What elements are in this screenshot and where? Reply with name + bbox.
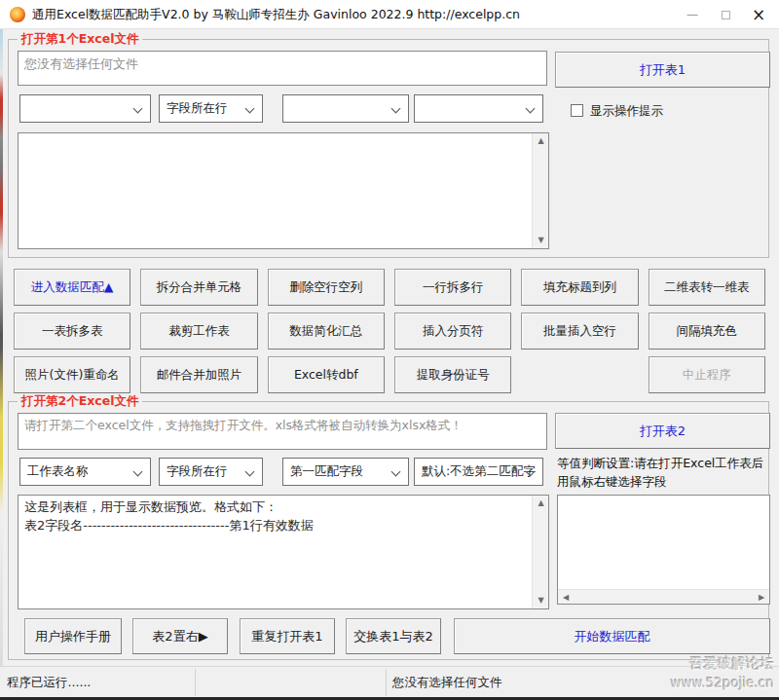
tool-button-batch-insert-empty-rows[interactable]: 批量插入空行 [521,313,638,350]
horizontal-scrollbar[interactable]: ◀ ▶ [558,589,769,604]
group2-label: 打开第2个Excel文件 [18,393,142,410]
table1-preview-list[interactable]: ▲ ▼ [18,132,549,249]
scroll-down-icon[interactable]: ▼ [533,233,549,248]
show-tips-checkbox[interactable]: 显示操作提示 [571,100,663,120]
combo2-field-row[interactable]: 字段所在行 [159,458,263,486]
minimize-button[interactable]: — [676,0,709,29]
tool-button-one-table-to-many[interactable]: 一表拆多表 [14,313,130,350]
combo1-field-row-value: 字段所在行 [167,100,228,117]
tool-button-photo-file-rename[interactable]: 照片(文件)重命名 [14,356,130,393]
tool-button-extract-id-number[interactable]: 提取身份证号 [394,356,511,393]
file2-path-field[interactable]: 请打开第二个excel文件，支持拖拽打开文件。xls格式将被自动转换为xlsx格… [18,413,547,450]
combo1-match-field-2[interactable] [414,94,543,123]
window-title: 通用Excel数据匹配助手V2.0 by 马鞍山师专招生办 Gavinloo 2… [32,0,520,29]
combo2-match-field-2[interactable]: 默认:不选第二匹配字 [414,458,543,486]
watermark-line-2: www.52pojie.cn [671,674,774,693]
scroll-right-icon[interactable]: ▶ [754,590,769,605]
tool-button-insert-page-break[interactable]: 插入分页符 [394,313,511,350]
tool-button-split-merged-cells[interactable]: 拆分合并单元格 [140,269,257,306]
scroll-left-icon[interactable]: ◀ [558,590,574,605]
open-table1-button[interactable]: 打开表1 [555,52,770,88]
status-bar: 程序已运行...... 您没有选择任何文件 [0,666,779,697]
app-flame-icon [10,7,25,22]
combo2-match-field-1-value: 第一匹配字段 [290,463,363,480]
tool-button-mail-merge-add-photo[interactable]: 邮件合并加照片 [140,356,257,393]
tool-button-grid: 进入数据匹配▲ 拆分合并单元格 删除空行空列 一行拆多行 填充标题到列 二维表转… [14,269,765,393]
tool-button-abort-program: 中止程序 [649,356,765,393]
chevron-down-icon [245,104,255,114]
watermark: 吾爱破解论坛 www.52pojie.cn [671,653,774,693]
scroll-up-icon[interactable]: ▲ [533,133,549,149]
status-left: 程序已运行...... [7,667,91,698]
group1-label: 打开第1个Excel文件 [18,31,142,48]
tool-button-trim-worksheet[interactable]: 裁剪工作表 [140,313,257,350]
equal-fields-list[interactable]: ◀ ▶ [557,495,770,605]
show-tips-label: 显示操作提示 [590,103,663,118]
chevron-down-icon [391,104,401,114]
tool-button-interval-fill-color[interactable]: 间隔填充色 [649,313,765,350]
chevron-down-icon [391,467,401,477]
status-right: 您没有选择任何文件 [392,667,502,698]
scroll-up-icon[interactable]: ▲ [533,496,549,511]
vertical-scrollbar[interactable]: ▲ ▼ [532,496,548,608]
status-divider [195,669,196,696]
tool-button-2d-to-1d-table[interactable]: 二维表转一维表 [649,269,765,306]
chevron-down-icon [526,104,536,114]
status-divider [386,669,387,696]
tool-button-one-row-to-many[interactable]: 一行拆多行 [394,269,511,306]
maximize-icon [722,11,730,19]
swap-table1-table2-button[interactable]: 交换表1与表2 [346,618,441,654]
watermark-line-1: 吾爱破解论坛 [671,653,774,674]
combo2-worksheet-value: 工作表名称 [27,463,89,480]
tool-button-excel-to-dbf[interactable]: Excel转dbf [268,356,385,393]
combo1-field-row[interactable]: 字段所在行 [159,94,263,123]
combo2-worksheet[interactable]: 工作表名称 [19,458,151,486]
table2-dock-right-button[interactable]: 表2置右▶ [132,618,228,654]
scroll-down-icon[interactable]: ▼ [533,593,549,608]
combo2-match-field-1[interactable]: 第一匹配字段 [282,458,409,486]
combo2-match-field-2-value: 默认:不选第二匹配字 [422,463,536,480]
tool-button-fill-title-to-column[interactable]: 填充标题到列 [521,269,638,306]
start-data-match-button[interactable]: 开始数据匹配 [454,618,770,654]
user-manual-button[interactable]: 用户操作手册 [24,618,122,654]
close-icon: × [752,5,765,24]
preview-line-1: 这是列表框，用于显示数据预览。格式如下： [24,498,542,517]
combo2-field-row-value: 字段所在行 [167,463,228,480]
checkbox-icon[interactable] [571,104,583,117]
combo1-worksheet[interactable] [19,94,151,123]
file1-path-field[interactable]: 您没有选择任何文件 [18,51,547,86]
tool-button-data-simplify-summary[interactable]: 数据简化汇总 [268,313,385,350]
preview-line-2: 表2字段名--------------------------------第1行… [24,517,542,535]
tool-button-enter-data-match[interactable]: 进入数据匹配▲ [14,269,130,306]
chevron-down-icon [245,467,255,477]
title-bar: 通用Excel数据匹配助手V2.0 by 马鞍山师专招生办 Gavinloo 2… [0,0,779,29]
table2-preview-list[interactable]: 这是列表框，用于显示数据预览。格式如下： 表2字段名--------------… [18,495,549,609]
chevron-down-icon [133,467,143,477]
close-button[interactable]: × [742,0,775,29]
vertical-scrollbar[interactable]: ▲ ▼ [532,133,548,248]
chevron-down-icon [133,104,143,114]
combo1-match-field-1[interactable] [282,94,409,123]
tool-button-delete-empty-rows-cols[interactable]: 删除空行空列 [268,269,385,306]
equal-judgement-hint: 等值判断设置:请在打开Excel工作表后用鼠标右键选择字段 [557,454,771,491]
maximize-button[interactable] [709,0,742,29]
reopen-table1-button[interactable]: 重复打开表1 [240,618,335,654]
minimize-icon: — [686,8,698,21]
open-table2-button[interactable]: 打开表2 [555,413,770,449]
desktop-edge-bleed [0,29,3,666]
